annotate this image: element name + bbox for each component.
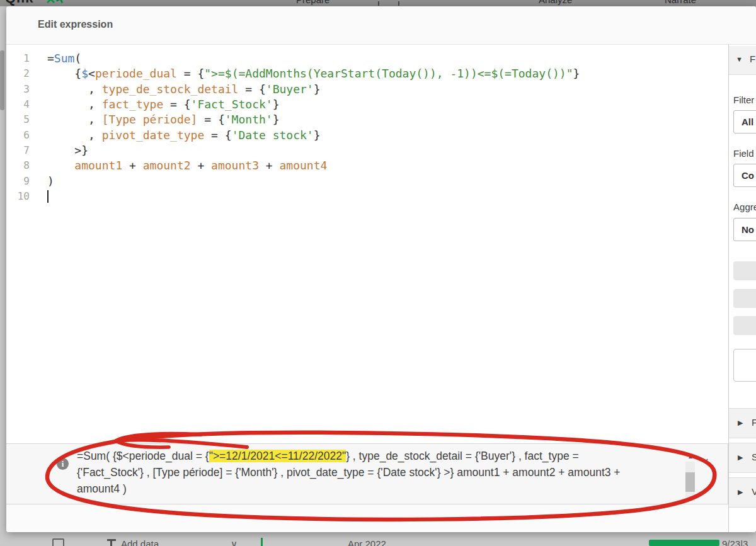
aggregation-select[interactable]: No: [733, 218, 756, 241]
aggregation-label: Aggregation: [733, 202, 756, 212]
preview-line2: {'Fact_Stock'} , [Type période] = {'Mont…: [77, 464, 682, 481]
expression-editor[interactable]: 12345678910 =Sum( {$<periode_dual = {">=…: [6, 45, 728, 443]
filter-table-select[interactable]: All: [733, 110, 756, 134]
scroll-up-icon[interactable]: ▲: [685, 453, 696, 460]
expression-preview-bar: i =Sum( {$<periode_dual = {">=12/1/2021<…: [6, 443, 728, 504]
panel-button-3[interactable]: [733, 316, 756, 335]
background-scrollbar-fragment: [0, 50, 4, 110]
set-expressions-section-label: Set expressions: [752, 452, 756, 462]
add-data-label: Add data: [121, 538, 159, 546]
expand-triangle-icon: ▶: [738, 488, 743, 496]
evaluated-expression-text: =Sum( {$<periode_dual = {">=12/1/2021<=1…: [77, 448, 682, 497]
preview-line1-pre: =Sum( {$<periode_dual = {: [77, 450, 209, 462]
sheet-icon: [52, 538, 64, 546]
fields-panel: ▼ Fields Filter by table All Field Co Ag…: [728, 45, 756, 532]
background-toolbar-sliver: Qlik ✕ ✕ Prepare Analyze Narrate: [0, 0, 756, 6]
toolbar-divider: [398, 1, 399, 6]
collapse-triangle-icon: ▼: [736, 55, 743, 63]
preview-line1-post: } , type_de_stock_detail = {'Buyer'} , f…: [346, 450, 579, 462]
dialog-footer: [6, 504, 728, 532]
counter-fragment: 9/23|3: [722, 538, 748, 546]
section-header-variables[interactable]: ▶ Variables: [729, 477, 756, 508]
toolbar-divider: [378, 1, 379, 6]
expand-triangle-icon: ▶: [738, 453, 743, 462]
qlik-logo: Qlik: [5, 0, 34, 6]
tab-prepare: Prepare: [296, 0, 329, 5]
month-label: Apr 2022: [348, 538, 386, 546]
section-header-functions[interactable]: ▶ Functions: [729, 408, 756, 438]
background-bottom-sliver: Add data ∨ Apr 2022 9/23|3: [0, 532, 756, 546]
tab-narrate: Narrate: [665, 0, 696, 5]
dialog-title: Edit expression: [38, 19, 113, 30]
field-select[interactable]: Co: [733, 164, 756, 187]
insert-button[interactable]: [733, 349, 756, 382]
preview-scrollbar-thumb[interactable]: [685, 472, 695, 492]
edit-expression-dialog: Edit expression 12345678910 =Sum( {$<per…: [6, 6, 756, 532]
tab-analyze: Analyze: [539, 0, 572, 5]
highlighted-date-range: ">=12/1/2021<=11/22/2022": [209, 450, 346, 462]
section-header-fields[interactable]: ▼ Fields: [729, 46, 756, 75]
green-button-fragment: [649, 540, 719, 546]
green-tick-fragment: [261, 538, 263, 546]
panel-button-2[interactable]: [733, 289, 756, 308]
background-left-sliver: [0, 6, 6, 532]
functions-section-label: Functions: [752, 417, 756, 428]
text-caret: [47, 190, 49, 203]
variables-section-label: Variables: [752, 486, 756, 497]
field-label: Field: [733, 148, 756, 159]
info-icon: i: [57, 458, 69, 470]
fields-section-label: Fields: [750, 54, 756, 64]
code-lines[interactable]: =Sum( {$<periode_dual = {">=$(=AddMonths…: [47, 51, 580, 443]
section-header-set-expressions[interactable]: ▶ Set expressions: [729, 443, 756, 473]
dialog-header: Edit expression: [6, 6, 756, 45]
expand-triangle-icon: ▶: [738, 419, 743, 427]
filter-by-table-label: Filter by table: [733, 94, 756, 105]
chevron-down-icon: ∨: [231, 538, 238, 546]
panel-button-1[interactable]: [733, 261, 756, 280]
line-numbers: 12345678910: [6, 51, 35, 443]
preview-line3: amount4 ): [77, 481, 682, 497]
filter-icon-stem: [110, 541, 112, 546]
screen: Qlik ✕ ✕ Prepare Analyze Narrate Add dat…: [0, 0, 756, 546]
collapse-preview-icon[interactable]: ⌄: [700, 452, 711, 465]
